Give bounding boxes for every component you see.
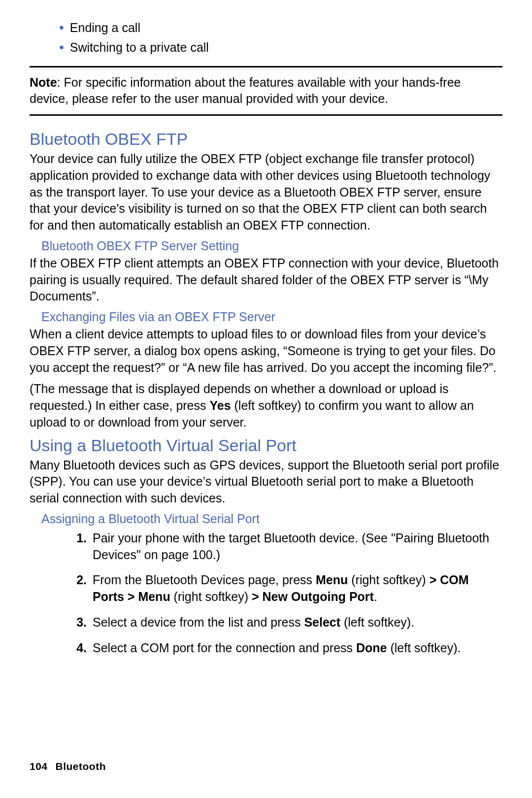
bullet-item: • Switching to a private call	[59, 39, 502, 56]
list-item: 2. From the Bluetooth Devices page, pres…	[69, 572, 502, 605]
bold-text: Done	[356, 641, 387, 655]
page-number: 104	[30, 761, 48, 772]
body-text: (The message that is displayed depends o…	[30, 381, 502, 431]
body-text: Your device can fully utilize the OBEX F…	[30, 151, 502, 234]
step-number: 1.	[69, 530, 87, 547]
text-fragment: (right softkey)	[170, 590, 252, 603]
text-fragment: .	[374, 590, 377, 603]
bullet-item: • Ending a call	[59, 20, 502, 36]
note-block: Note: For specific information about the…	[30, 66, 502, 116]
bullet-icon: •	[59, 21, 64, 34]
step-text: From the Bluetooth Devices page, press M…	[93, 572, 502, 605]
step-number: 4.	[69, 640, 87, 657]
text-fragment: (right softkey)	[348, 573, 429, 587]
body-text: If the OBEX FTP client attempts an OBEX …	[30, 255, 502, 305]
bold-text: Yes	[209, 399, 231, 412]
note-label: Note	[30, 75, 57, 89]
footer: 104Bluetooth	[30, 761, 106, 772]
note-text: : For specific information about the fea…	[30, 75, 461, 106]
step-text: Pair your phone with the target Bluetoot…	[93, 530, 502, 564]
list-item: 3. Select a device from the list and pre…	[69, 614, 502, 631]
footer-section: Bluetooth	[56, 761, 106, 772]
sub-heading-assigning-port: Assigning a Bluetooth Virtual Serial Por…	[41, 512, 502, 526]
bold-text: Select	[304, 615, 340, 629]
step-text: Select a COM port for the connection and…	[93, 640, 461, 657]
sub-heading-exchanging-files: Exchanging Files via an OBEX FTP Server	[41, 310, 502, 324]
text-fragment: (left softkey).	[387, 641, 461, 655]
bold-text: Menu	[316, 573, 348, 587]
bullet-text: Switching to a private call	[70, 39, 209, 56]
step-number: 3.	[69, 614, 87, 631]
step-number: 2.	[69, 572, 87, 589]
step-text: Select a device from the list and press …	[93, 614, 414, 631]
body-text: Many Bluetooth devices such as GPS devic…	[30, 457, 502, 507]
list-item: 4. Select a COM port for the connection …	[69, 640, 502, 657]
numbered-list: 1. Pair your phone with the target Bluet…	[69, 530, 502, 657]
bullet-icon: •	[59, 40, 64, 54]
section-heading-virtual-serial: Using a Bluetooth Virtual Serial Port	[30, 436, 502, 455]
body-text: When a client device attempts to upload …	[30, 326, 502, 376]
bullet-text: Ending a call	[70, 20, 140, 36]
bold-text: > New Outgoing Port	[252, 590, 374, 603]
text-fragment: Select a COM port for the connection and…	[93, 641, 356, 655]
list-item: 1. Pair your phone with the target Bluet…	[69, 530, 502, 564]
text-fragment: Select a device from the list and press	[93, 615, 304, 629]
bullet-list: • Ending a call • Switching to a private…	[59, 20, 502, 56]
sub-heading-server-setting: Bluetooth OBEX FTP Server Setting	[41, 239, 502, 253]
text-fragment: (left softkey).	[340, 615, 414, 629]
section-heading-obex: Bluetooth OBEX FTP	[30, 130, 502, 149]
text-fragment: From the Bluetooth Devices page, press	[93, 573, 316, 587]
